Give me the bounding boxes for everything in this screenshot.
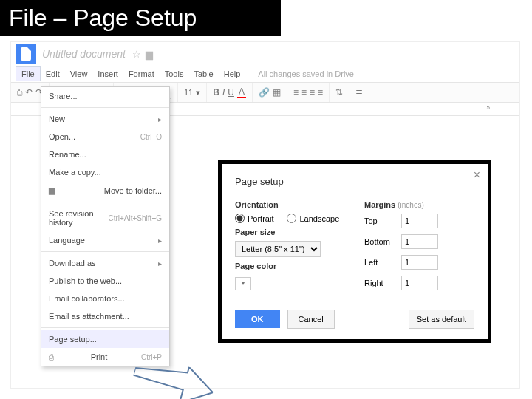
menu-item-rename[interactable]: Rename... (41, 146, 169, 163)
slide-title: File – Page Setup (0, 0, 281, 36)
folder-icon[interactable]: ▆ (146, 49, 153, 60)
align-left-icon[interactable]: ≡ (293, 87, 299, 98)
link-icon[interactable]: 🔗 (259, 87, 270, 98)
submenu-arrow-icon: ▸ (158, 236, 162, 245)
menu-view[interactable]: View (65, 67, 93, 81)
paper-size-select[interactable]: Letter (8.5" x 11") (235, 241, 321, 257)
radio-portrait[interactable]: Portrait (235, 214, 273, 223)
bold-icon[interactable]: B (213, 87, 219, 98)
screenshot-frame: Untitled document ☆ ▆ File Edit View Ins… (10, 41, 520, 389)
app-header: Untitled document ☆ ▆ (11, 42, 519, 66)
ok-button[interactable]: OK (235, 310, 280, 328)
font-size[interactable]: 11 (184, 88, 193, 97)
menu-item-history[interactable]: See revision historyCtrl+Alt+Shift+G (41, 205, 169, 231)
radio-landscape[interactable]: Landscape (287, 214, 339, 223)
paper-size-label: Paper size (235, 228, 345, 236)
orientation-label: Orientation (235, 200, 345, 209)
underline-icon[interactable]: U (228, 87, 234, 98)
submenu-arrow-icon: ▸ (158, 259, 162, 267)
margin-bottom-input[interactable] (401, 234, 438, 249)
dialog-title: Page setup (235, 176, 474, 187)
list-icon[interactable]: ≣ (355, 87, 363, 98)
margin-right-input[interactable] (401, 276, 438, 290)
margin-top-input[interactable] (401, 214, 438, 228)
page-color-label: Page color (235, 262, 345, 270)
docs-logo (16, 44, 36, 64)
menu-file[interactable]: File (16, 66, 41, 81)
svg-marker-0 (129, 354, 217, 399)
menu-item-email-attach[interactable]: Email as attachment... (41, 307, 169, 325)
menu-item-download[interactable]: Download as▸ (41, 254, 169, 272)
menu-tools[interactable]: Tools (160, 67, 189, 81)
submenu-arrow-icon: ▸ (158, 115, 162, 123)
folder-move-icon: ▆ (49, 185, 55, 195)
menu-format[interactable]: Format (123, 67, 160, 81)
margin-bottom-label: Bottom (364, 237, 401, 246)
menu-item-page-setup[interactable]: Page setup... (41, 330, 169, 348)
file-menu-dropdown: Share... New▸ Open...Ctrl+O Rename... Ma… (41, 86, 170, 366)
save-status: All changes saved in Drive (253, 67, 359, 81)
menu-item-open[interactable]: Open...Ctrl+O (41, 128, 169, 146)
ruler-tick: 5 (487, 104, 490, 111)
line-spacing-icon[interactable]: ⇅ (335, 87, 343, 98)
margin-top-label: Top (364, 216, 401, 225)
document-title[interactable]: Untitled document (42, 48, 126, 60)
margin-right-label: Right (364, 279, 401, 287)
menu-item-email-collab[interactable]: Email collaborators... (41, 290, 169, 307)
page-color-swatch[interactable]: ▾ (235, 277, 251, 290)
align-justify-icon[interactable]: ≡ (318, 87, 323, 98)
menu-help[interactable]: Help (219, 67, 246, 81)
menu-item-share[interactable]: Share... (41, 87, 169, 105)
menu-item-move[interactable]: ▆Move to folder... (41, 181, 169, 200)
print-icon[interactable]: ⎙ (17, 87, 22, 98)
menu-edit[interactable]: Edit (41, 67, 65, 81)
cancel-button[interactable]: Cancel (287, 310, 335, 329)
menu-item-publish[interactable]: Publish to the web... (41, 272, 169, 290)
margin-left-input[interactable] (401, 255, 438, 270)
star-icon[interactable]: ☆ (132, 49, 141, 60)
print-menu-icon: ⎙ (49, 352, 54, 361)
undo-icon[interactable]: ↶ (25, 87, 33, 98)
close-icon[interactable]: × (474, 168, 480, 182)
set-default-button[interactable]: Set as default (409, 310, 474, 329)
menu-item-copy[interactable]: Make a copy... (41, 163, 169, 181)
italic-icon[interactable]: I (222, 87, 225, 98)
menu-item-new[interactable]: New▸ (41, 110, 169, 128)
margin-left-label: Left (364, 258, 401, 267)
align-center-icon[interactable]: ≡ (301, 87, 307, 98)
text-color-icon[interactable]: A (237, 86, 246, 98)
page-setup-dialog: × Page setup Orientation Portrait Landsc… (218, 160, 491, 343)
align-right-icon[interactable]: ≡ (310, 87, 315, 98)
menu-item-language[interactable]: Language▸ (41, 231, 169, 249)
margins-label: Margins (inches) (364, 200, 474, 209)
menu-bar: File Edit View Insert Format Tools Table… (11, 66, 519, 82)
menu-insert[interactable]: Insert (92, 67, 123, 81)
menu-table[interactable]: Table (188, 67, 218, 81)
annotation-arrow-icon (129, 354, 217, 399)
image-icon[interactable]: ▦ (273, 87, 281, 98)
